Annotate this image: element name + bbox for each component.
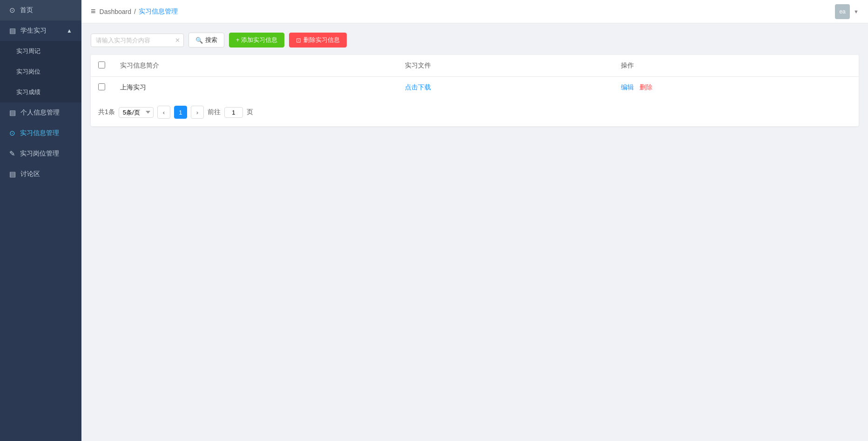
search-clear-icon[interactable]: ✕ bbox=[175, 37, 180, 44]
add-info-button-label: + 添加实习信息 bbox=[236, 36, 277, 44]
prev-page-button[interactable]: ‹ bbox=[157, 106, 170, 119]
sidebar: ⊙ 首页 ▤ 学生实习 ▲ 实习周记 实习岗位 实习成绩 ▤ 个人信息管理 ⊙ … bbox=[0, 0, 81, 441]
hamburger-icon[interactable]: ≡ bbox=[91, 7, 96, 16]
page-1-button[interactable]: 1 bbox=[174, 106, 187, 119]
discussion-icon: ▤ bbox=[9, 170, 16, 178]
add-info-button[interactable]: + 添加实习信息 bbox=[229, 33, 284, 47]
breadcrumb-current: 实习信息管理 bbox=[139, 7, 178, 16]
content-area: ✕ 🔍 搜索 + 添加实习信息 ⊡ 删除实习信息 bbox=[81, 23, 868, 441]
header-left: ≡ Dashboard / 实习信息管理 bbox=[91, 7, 178, 16]
home-icon: ⊙ bbox=[9, 6, 15, 14]
edit-link[interactable]: 编辑 bbox=[621, 83, 634, 91]
internship-pos-mgmt-icon: ✎ bbox=[9, 149, 15, 158]
goto-label: 前往 bbox=[208, 108, 221, 116]
sidebar-item-internship-info[interactable]: ⊙ 实习信息管理 bbox=[0, 123, 81, 143]
delete-icon: ⊡ bbox=[296, 37, 301, 44]
sidebar-item-score-label: 实习成绩 bbox=[16, 88, 40, 96]
internship-info-icon: ⊙ bbox=[9, 129, 15, 137]
sidebar-submenu-student-internship: 实习周记 实习岗位 实习成绩 bbox=[0, 41, 81, 102]
student-internship-icon: ▤ bbox=[9, 27, 16, 35]
pagination-total: 共1条 bbox=[98, 108, 115, 116]
pagination: 共1条 5条/页 10条/页 20条/页 50条/页 ‹ 1 › 前往 页 bbox=[91, 98, 859, 126]
breadcrumb: Dashboard / 实习信息管理 bbox=[100, 7, 178, 16]
sidebar-item-journal[interactable]: 实习周记 bbox=[0, 41, 81, 61]
sidebar-item-internship-pos-mgmt-label: 实习岗位管理 bbox=[20, 149, 59, 158]
header-right: ea ▼ bbox=[835, 4, 859, 19]
row-file: 点击下载 bbox=[397, 77, 613, 99]
sidebar-item-personal-info-label: 个人信息管理 bbox=[20, 109, 60, 117]
delete-info-button[interactable]: ⊡ 删除实习信息 bbox=[289, 33, 347, 47]
sidebar-item-internship-pos-mgmt[interactable]: ✎ 实习岗位管理 bbox=[0, 143, 81, 164]
sidebar-item-discussion-label: 讨论区 bbox=[20, 170, 40, 178]
search-input[interactable] bbox=[91, 34, 184, 47]
search-button-label: 搜索 bbox=[205, 36, 217, 44]
page-size-select[interactable]: 5条/页 10条/页 20条/页 50条/页 bbox=[119, 107, 154, 118]
toolbar: ✕ 🔍 搜索 + 添加实习信息 ⊡ 删除实习信息 bbox=[91, 33, 859, 47]
breadcrumb-home[interactable]: Dashboard bbox=[100, 8, 132, 15]
goto-page-input[interactable] bbox=[224, 107, 243, 118]
search-button[interactable]: 🔍 搜索 bbox=[188, 33, 224, 47]
sidebar-item-student-internship-label: 学生实习 bbox=[20, 27, 47, 35]
table-header-intro: 实习信息简介 bbox=[113, 55, 397, 77]
table-header-file: 实习文件 bbox=[397, 55, 613, 77]
breadcrumb-sep: / bbox=[134, 8, 136, 15]
avatar[interactable]: ea bbox=[835, 4, 850, 19]
search-icon: 🔍 bbox=[195, 37, 203, 44]
header: ≡ Dashboard / 实习信息管理 ea ▼ bbox=[81, 0, 868, 23]
chevron-up-icon: ▲ bbox=[67, 27, 72, 34]
delete-link[interactable]: 删除 bbox=[639, 83, 653, 91]
delete-info-button-label: 删除实习信息 bbox=[303, 36, 340, 44]
sidebar-item-position-label: 实习岗位 bbox=[16, 68, 40, 76]
row-checkbox-cell bbox=[91, 77, 113, 99]
sidebar-item-internship-info-label: 实习信息管理 bbox=[20, 129, 59, 137]
personal-info-icon: ▤ bbox=[9, 109, 16, 117]
main-area: ≡ Dashboard / 实习信息管理 ea ▼ ✕ 🔍 搜索 + 添加实 bbox=[81, 0, 868, 441]
select-all-checkbox[interactable] bbox=[98, 61, 105, 68]
sidebar-item-journal-label: 实习周记 bbox=[16, 47, 40, 55]
table-body: 上海实习 点击下载 编辑 删除 bbox=[91, 77, 859, 99]
next-page-button[interactable]: › bbox=[191, 106, 204, 119]
page-unit: 页 bbox=[247, 108, 253, 116]
table-header: 实习信息简介 实习文件 操作 bbox=[91, 55, 859, 77]
sidebar-item-score[interactable]: 实习成绩 bbox=[0, 82, 81, 102]
file-download-link[interactable]: 点击下载 bbox=[405, 83, 431, 91]
sidebar-item-student-internship[interactable]: ▤ 学生实习 ▲ bbox=[0, 20, 81, 41]
sidebar-item-home[interactable]: ⊙ 首页 bbox=[0, 0, 81, 20]
row-intro: 上海实习 bbox=[113, 77, 397, 99]
row-checkbox[interactable] bbox=[98, 83, 105, 90]
internship-table: 实习信息简介 实习文件 操作 bbox=[91, 55, 859, 98]
table-card: 实习信息简介 实习文件 操作 bbox=[91, 55, 859, 126]
sidebar-item-discussion[interactable]: ▤ 讨论区 bbox=[0, 164, 81, 184]
table-header-checkbox bbox=[91, 55, 113, 77]
sidebar-item-home-label: 首页 bbox=[20, 6, 33, 14]
table-row: 上海实习 点击下载 编辑 删除 bbox=[91, 77, 859, 99]
table-header-action: 操作 bbox=[613, 55, 859, 77]
row-actions: 编辑 删除 bbox=[613, 77, 859, 99]
chevron-down-icon[interactable]: ▼ bbox=[854, 9, 859, 14]
search-input-wrap: ✕ bbox=[91, 34, 184, 47]
sidebar-item-position[interactable]: 实习岗位 bbox=[0, 61, 81, 82]
sidebar-item-personal-info[interactable]: ▤ 个人信息管理 bbox=[0, 102, 81, 123]
